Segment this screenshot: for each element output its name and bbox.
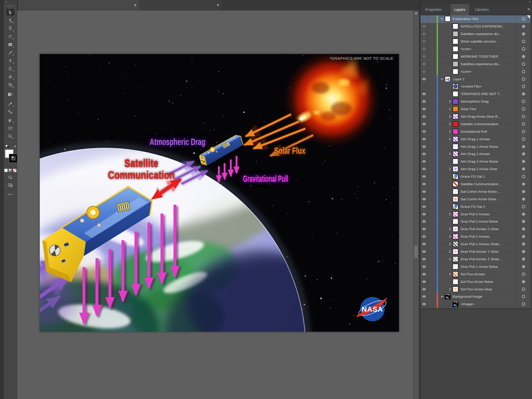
layer-name[interactable]: Atm Drag 2 Arrows xyxy=(461,152,517,156)
tool-eyedropper[interactable] xyxy=(6,101,14,107)
layer-thumbnail[interactable] xyxy=(452,166,458,172)
expand-chevron[interactable] xyxy=(448,272,452,276)
visibility-toggle[interactable] xyxy=(421,83,428,90)
target-circle[interactable] xyxy=(522,85,525,88)
target-circle[interactable] xyxy=(522,227,525,231)
layer-row[interactable]: Grav Pull 1 Arrows xyxy=(421,233,530,241)
layer-name[interactable]: WORKING TOGETHER xyxy=(461,55,517,58)
none-button[interactable] xyxy=(13,169,17,172)
screen-mode-button[interactable] xyxy=(6,182,14,188)
layer-thumbnail[interactable] xyxy=(452,98,458,104)
lock-toggle[interactable] xyxy=(428,263,437,270)
tab-close-icon[interactable]: × xyxy=(217,3,219,7)
layer-thumbnail[interactable] xyxy=(452,38,458,44)
visibility-toggle[interactable] xyxy=(421,210,428,218)
layer-thumbnail[interactable] xyxy=(452,54,458,59)
visibility-toggle[interactable] xyxy=(421,241,428,248)
lock-toggle[interactable] xyxy=(428,218,437,225)
lock-toggle[interactable] xyxy=(428,270,437,278)
vertical-scrollbar[interactable] xyxy=(413,10,419,399)
visibility-toggle[interactable] xyxy=(421,278,428,285)
visibility-toggle[interactable] xyxy=(421,68,428,75)
visibility-toggle[interactable] xyxy=(421,263,428,270)
layer-row[interactable]: WORKING TOGETHER xyxy=(421,53,530,60)
target-circle[interactable] xyxy=(522,160,525,163)
expand-chevron[interactable] xyxy=(448,92,452,96)
tool-paintbrush[interactable] xyxy=(6,49,14,56)
label-satellite-communication[interactable]: Satellite Communication xyxy=(108,157,175,181)
layer-thumbnail[interactable] xyxy=(452,279,458,285)
tool-gradient[interactable] xyxy=(6,91,14,98)
visibility-toggle[interactable] xyxy=(421,90,428,98)
sun-image[interactable] xyxy=(284,54,380,148)
layer-row[interactable]: Atm Drag 2 Arrows xyxy=(421,150,530,158)
expand-chevron[interactable] xyxy=(448,197,452,201)
target-circle[interactable] xyxy=(522,25,525,28)
expand-chevron[interactable] xyxy=(448,62,452,66)
expand-chevron[interactable] xyxy=(448,167,452,171)
layer-name[interactable]: Atm Drag 1 Arrows xyxy=(461,137,517,141)
target-circle[interactable] xyxy=(522,220,525,223)
layer-thumbnail[interactable] xyxy=(452,264,458,270)
layer-thumbnail[interactable] xyxy=(452,234,458,240)
layer-name[interactable]: Grav Pull Arrows 2 Glow xyxy=(461,227,517,231)
expand-chevron[interactable] xyxy=(448,84,452,89)
layer-thumbnail[interactable] xyxy=(452,46,458,52)
visibility-toggle[interactable] xyxy=(421,256,428,263)
visibility-toggle[interactable] xyxy=(421,113,428,120)
layer-thumbnail[interactable] xyxy=(445,294,451,300)
layer-thumbnail[interactable] xyxy=(452,121,458,127)
layer-name[interactable]: Grace FO Sat 1 xyxy=(461,175,517,178)
layer-row[interactable]: Solar Flux xyxy=(421,105,530,113)
layer-name[interactable]: Satellites experience dis... xyxy=(461,32,517,36)
tool-direct-selection[interactable] xyxy=(6,17,14,24)
layer-row[interactable]: Gravitational Pull xyxy=(421,128,530,135)
layer-name[interactable]: Satellite Communication... xyxy=(461,182,517,186)
layer-name[interactable]: Atm Drag Arrow Glow B... xyxy=(461,115,517,118)
visibility-toggle[interactable] xyxy=(421,150,428,158)
visibility-toggle[interactable] xyxy=(421,270,428,278)
expand-chevron[interactable] xyxy=(448,24,452,29)
layer-name[interactable]: Grav Pull 2 Arrows xyxy=(461,212,517,216)
layer-thumbnail[interactable] xyxy=(452,144,458,150)
layer-name[interactable]: Grace FO Sat 2 xyxy=(461,205,517,209)
target-circle[interactable] xyxy=(522,250,525,253)
lock-toggle[interactable] xyxy=(428,210,437,218)
scrollbar-thumb[interactable] xyxy=(414,245,418,258)
expand-chevron[interactable] xyxy=(448,129,452,134)
layer-thumbnail[interactable] xyxy=(452,174,458,179)
expand-chevron[interactable] xyxy=(448,182,452,186)
target-circle[interactable] xyxy=(522,265,525,268)
layer-name[interactable]: Sol Flux Arrow Noise xyxy=(461,280,517,284)
target-circle[interactable] xyxy=(522,115,525,118)
layer-thumbnail[interactable] xyxy=(452,196,458,202)
layer-thumbnail[interactable] xyxy=(452,218,458,224)
expand-chevron[interactable] xyxy=(448,287,452,291)
expand-chevron[interactable] xyxy=(448,257,452,261)
expand-chevron[interactable] xyxy=(440,295,444,299)
label-atmospheric-drag[interactable]: Atmospheric Drag xyxy=(150,137,206,147)
layer-thumbnail[interactable] xyxy=(452,61,458,67)
layer-thumbnail[interactable] xyxy=(452,189,458,195)
lock-toggle[interactable] xyxy=(428,90,437,98)
expand-chevron[interactable] xyxy=(448,47,452,51)
tool-type[interactable]: T xyxy=(6,57,14,64)
layer-thumbnail[interactable] xyxy=(452,31,458,37)
target-circle[interactable] xyxy=(522,302,525,306)
document-tab[interactable]: × xyxy=(18,0,139,10)
target-circle[interactable] xyxy=(522,17,525,21)
layer-name[interactable]: Grav Pull 1 Arrows xyxy=(461,235,517,238)
visibility-toggle[interactable] xyxy=(421,75,428,83)
layer-row[interactable]: Sol Flux Arrow Glow xyxy=(421,285,530,293)
tool-pen[interactable] xyxy=(6,25,14,32)
layer-row[interactable]: Grav Pull Arrows 1 Glow xyxy=(421,248,530,256)
panel-tab-properties[interactable]: Properties xyxy=(422,4,445,15)
layer-row[interactable]: <Image> xyxy=(421,301,530,308)
lock-toggle[interactable] xyxy=(428,158,437,165)
visibility-toggle[interactable] xyxy=(421,120,428,128)
expand-chevron[interactable] xyxy=(448,280,452,284)
layer-thumbnail[interactable] xyxy=(445,16,451,22)
layer-thumbnail[interactable] xyxy=(452,23,458,29)
layer-thumbnail[interactable] xyxy=(445,76,451,82)
visibility-toggle[interactable] xyxy=(421,30,428,38)
